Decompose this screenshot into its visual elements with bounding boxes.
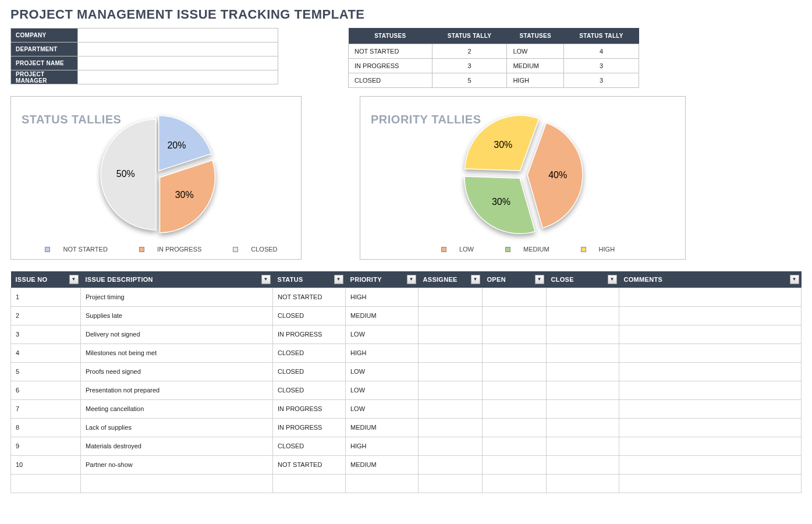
cell-status[interactable]: CLOSED	[273, 437, 346, 455]
cell-open[interactable]	[483, 325, 547, 344]
cell-assignee[interactable]	[419, 399, 483, 418]
cell-status[interactable]: CLOSED	[273, 306, 346, 325]
cell-close[interactable]	[547, 437, 619, 455]
cell-desc[interactable]: Materials destroyed	[81, 437, 273, 455]
cell-desc[interactable]	[81, 474, 273, 493]
cell-desc[interactable]: Meeting cancellation	[81, 399, 273, 418]
table-row[interactable]: 5Proofs need signedCLOSEDLOW	[11, 362, 802, 381]
cell-assignee[interactable]	[419, 362, 483, 381]
cell-assignee[interactable]	[419, 437, 483, 455]
cell-comments[interactable]	[619, 474, 802, 493]
cell-comments[interactable]	[619, 344, 802, 362]
table-row[interactable]: 3Delivery not signedIN PROGRESSLOW	[11, 325, 802, 344]
cell-status[interactable]: NOT STARTED	[273, 455, 346, 474]
cell-no[interactable]: 5	[11, 362, 81, 381]
cell-no[interactable]: 2	[11, 306, 81, 325]
cell-close[interactable]	[547, 418, 619, 437]
cell-open[interactable]	[483, 399, 547, 418]
cell-no[interactable]: 10	[11, 455, 81, 474]
cell-comments[interactable]	[619, 437, 802, 455]
filter-dropdown-icon[interactable]: ▼	[535, 275, 544, 284]
cell-assignee[interactable]	[419, 344, 483, 362]
cell-close[interactable]	[547, 362, 619, 381]
cell-open[interactable]	[483, 288, 547, 306]
table-row[interactable]: 6Presentation not preparedCLOSEDLOW	[11, 381, 802, 399]
info-value[interactable]	[78, 29, 278, 43]
table-row[interactable]	[11, 474, 802, 493]
cell-comments[interactable]	[619, 399, 802, 418]
table-row[interactable]: 2Supplies lateCLOSEDMEDIUM	[11, 306, 802, 325]
cell-open[interactable]	[483, 418, 547, 437]
cell-desc[interactable]: Project timing	[81, 288, 273, 306]
issues-column-header[interactable]: ISSUE DESCRIPTION▼	[81, 271, 273, 288]
cell-desc[interactable]: Presentation not prepared	[81, 381, 273, 399]
cell-no[interactable]: 9	[11, 437, 81, 455]
filter-dropdown-icon[interactable]: ▼	[261, 275, 271, 284]
cell-assignee[interactable]	[419, 325, 483, 344]
filter-dropdown-icon[interactable]: ▼	[471, 275, 480, 284]
filter-dropdown-icon[interactable]: ▼	[790, 275, 799, 284]
cell-priority[interactable]: HIGH	[346, 437, 419, 455]
cell-no[interactable]: 1	[11, 288, 81, 306]
cell-priority[interactable]: HIGH	[346, 344, 419, 362]
cell-no[interactable]: 6	[11, 381, 81, 399]
filter-dropdown-icon[interactable]: ▼	[608, 275, 617, 284]
table-row[interactable]: 10Partner no-showNOT STARTEDMEDIUM	[11, 455, 802, 474]
info-value[interactable]	[78, 56, 278, 70]
table-row[interactable]: 8Lack of suppliesIN PROGRESSMEDIUM	[11, 418, 802, 437]
cell-comments[interactable]	[619, 455, 802, 474]
cell-close[interactable]	[547, 306, 619, 325]
cell-comments[interactable]	[619, 325, 802, 344]
cell-open[interactable]	[483, 455, 547, 474]
cell-priority[interactable]	[346, 474, 419, 493]
table-row[interactable]: 7Meeting cancellationIN PROGRESSLOW	[11, 399, 802, 418]
cell-desc[interactable]: Supplies late	[81, 306, 273, 325]
cell-open[interactable]	[483, 362, 547, 381]
cell-priority[interactable]: MEDIUM	[346, 306, 419, 325]
cell-desc[interactable]: Lack of supplies	[81, 418, 273, 437]
cell-open[interactable]	[483, 306, 547, 325]
cell-status[interactable]: NOT STARTED	[273, 288, 346, 306]
cell-status[interactable]: IN PROGRESS	[273, 399, 346, 418]
cell-priority[interactable]: LOW	[346, 399, 419, 418]
cell-desc[interactable]: Milestones not being met	[81, 344, 273, 362]
issues-column-header[interactable]: ASSIGNEE▼	[419, 271, 483, 288]
table-row[interactable]: 4Milestones not being metCLOSEDHIGH	[11, 344, 802, 362]
cell-assignee[interactable]	[419, 381, 483, 399]
table-row[interactable]: 1Project timingNOT STARTEDHIGH	[11, 288, 802, 306]
cell-status[interactable]: IN PROGRESS	[273, 325, 346, 344]
cell-open[interactable]	[483, 381, 547, 399]
cell-comments[interactable]	[619, 362, 802, 381]
cell-close[interactable]	[547, 474, 619, 493]
cell-assignee[interactable]	[419, 288, 483, 306]
cell-open[interactable]	[483, 344, 547, 362]
table-row[interactable]: 9Materials destroyedCLOSEDHIGH	[11, 437, 802, 455]
cell-close[interactable]	[547, 455, 619, 474]
cell-desc[interactable]: Proofs need signed	[81, 362, 273, 381]
cell-open[interactable]	[483, 474, 547, 493]
cell-close[interactable]	[547, 381, 619, 399]
cell-no[interactable]: 7	[11, 399, 81, 418]
cell-close[interactable]	[547, 399, 619, 418]
cell-close[interactable]	[547, 325, 619, 344]
issues-column-header[interactable]: OPEN▼	[483, 271, 547, 288]
issues-column-header[interactable]: COMMENTS▼	[619, 271, 802, 288]
info-value[interactable]	[78, 43, 278, 56]
issues-column-header[interactable]: PRIORITY▼	[346, 271, 419, 288]
filter-dropdown-icon[interactable]: ▼	[407, 275, 416, 284]
cell-no[interactable]: 3	[11, 325, 81, 344]
cell-status[interactable]: IN PROGRESS	[273, 418, 346, 437]
cell-desc[interactable]: Delivery not signed	[81, 325, 273, 344]
cell-no[interactable]: 8	[11, 418, 81, 437]
issues-column-header[interactable]: CLOSE▼	[547, 271, 619, 288]
cell-open[interactable]	[483, 437, 547, 455]
cell-comments[interactable]	[619, 288, 802, 306]
cell-close[interactable]	[547, 288, 619, 306]
cell-status[interactable]: CLOSED	[273, 381, 346, 399]
cell-desc[interactable]: Partner no-show	[81, 455, 273, 474]
cell-no[interactable]: 4	[11, 344, 81, 362]
cell-assignee[interactable]	[419, 418, 483, 437]
cell-comments[interactable]	[619, 306, 802, 325]
cell-comments[interactable]	[619, 381, 802, 399]
cell-assignee[interactable]	[419, 474, 483, 493]
